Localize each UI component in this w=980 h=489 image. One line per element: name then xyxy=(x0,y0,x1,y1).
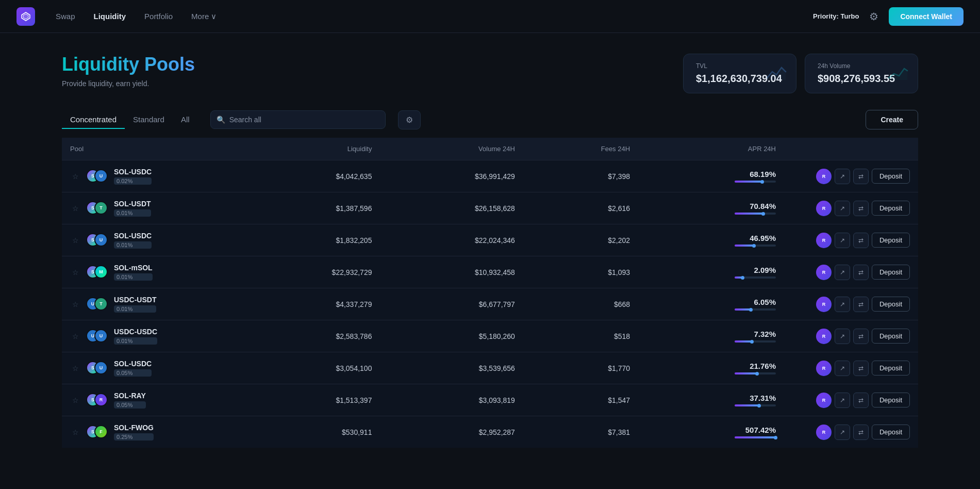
deposit-button[interactable]: Deposit xyxy=(872,329,910,344)
pool-cell-4: ☆ U T USDC-USDT 0.01% xyxy=(62,288,237,320)
favorite-button[interactable]: ☆ xyxy=(70,236,81,244)
apr-cell: 46.95% xyxy=(638,224,784,256)
nav-swap[interactable]: Swap xyxy=(56,12,75,21)
token-icon-2: U xyxy=(94,329,108,343)
col-liquidity: Liquidity xyxy=(237,138,380,160)
swap-button[interactable]: ⇄ xyxy=(853,425,869,440)
deposit-button[interactable]: Deposit xyxy=(872,169,910,184)
liquidity-cell: $2,583,786 xyxy=(237,320,380,352)
table-row: ☆ S U SOL-USDC 0.02% $4,042,635 $36,991,… xyxy=(62,160,918,192)
token-icons: S F xyxy=(86,425,109,439)
apr-bar-fill xyxy=(735,213,763,215)
deposit-button[interactable]: Deposit xyxy=(872,265,910,280)
chart-button[interactable]: ↗ xyxy=(835,201,850,216)
token-icons: S U xyxy=(86,361,109,376)
favorite-button[interactable]: ☆ xyxy=(70,396,81,404)
deposit-button[interactable]: Deposit xyxy=(872,361,910,376)
liquidity-cell: $1,513,397 xyxy=(237,384,380,416)
favorite-button[interactable]: ☆ xyxy=(70,268,81,276)
favorite-button[interactable]: ☆ xyxy=(70,172,81,181)
apr-bar-fill xyxy=(735,244,754,247)
favorite-button[interactable]: ☆ xyxy=(70,428,81,436)
token-icon-2: F xyxy=(94,425,108,438)
apr-cell: 21.76% xyxy=(638,352,784,384)
token-icon-2: T xyxy=(94,201,108,215)
tab-all[interactable]: All xyxy=(173,111,198,129)
pool-cell-3: ☆ S M SOL-mSOL 0.01% xyxy=(62,256,237,288)
deposit-button[interactable]: Deposit xyxy=(872,425,910,439)
apr-value: 46.95% xyxy=(750,234,776,242)
apr-bar-fill xyxy=(735,404,759,406)
apr-value: 507.42% xyxy=(745,426,776,434)
settings-button[interactable]: ⚙ xyxy=(867,8,881,25)
deposit-button[interactable]: Deposit xyxy=(872,393,910,408)
swap-button[interactable]: ⇄ xyxy=(853,201,869,216)
pool-name: SOL-USDT xyxy=(114,200,151,208)
apr-cell: 37.31% xyxy=(638,384,784,416)
create-button[interactable]: Create xyxy=(866,110,918,129)
favorite-button[interactable]: ☆ xyxy=(70,332,81,340)
nav-links: Swap Liquidity Portfolio More ∨ xyxy=(56,12,217,21)
liquidity-cell: $3,054,100 xyxy=(237,352,380,384)
navbar: Swap Liquidity Portfolio More ∨ Priority… xyxy=(0,0,980,33)
favorite-button[interactable]: ☆ xyxy=(70,364,81,372)
deposit-button[interactable]: Deposit xyxy=(872,297,910,312)
pool-name: SOL-mSOL xyxy=(114,264,153,272)
apr-value: 70.84% xyxy=(750,202,776,210)
deposit-button[interactable]: Deposit xyxy=(872,201,910,216)
favorite-button[interactable]: ☆ xyxy=(70,204,81,213)
favorite-button[interactable]: ☆ xyxy=(70,300,81,308)
pool-cell-6: ☆ S U SOL-USDC 0.05% xyxy=(62,352,237,384)
chart-button[interactable]: ↗ xyxy=(835,361,850,376)
chart-button[interactable]: ↗ xyxy=(835,265,850,280)
nav-more[interactable]: More ∨ xyxy=(191,12,217,21)
table-row: ☆ S U SOL-USDC 0.01% $1,832,205 $22,024,… xyxy=(62,224,918,256)
priority-label: Priority: Turbo xyxy=(813,12,859,20)
connect-wallet-button[interactable]: Connect Wallet xyxy=(889,7,964,26)
chart-button[interactable]: ↗ xyxy=(835,329,850,344)
apr-bar-dot xyxy=(755,372,759,376)
token-icons: S M xyxy=(86,265,109,280)
volume-cell: $6,677,797 xyxy=(380,288,523,320)
chart-button[interactable]: ↗ xyxy=(835,169,850,184)
swap-button[interactable]: ⇄ xyxy=(853,329,869,344)
table-row: ☆ S F SOL-FWOG 0.25% $530,911 $2,952,287… xyxy=(62,416,918,448)
chart-button[interactable]: ↗ xyxy=(835,425,850,440)
swap-button[interactable]: ⇄ xyxy=(853,297,869,312)
pool-table: Pool Liquidity Volume 24H Fees 24H APR 2… xyxy=(62,138,918,448)
pool-cell-1: ☆ S T SOL-USDT 0.01% xyxy=(62,192,237,224)
pool-name-section: USDC-USDT 0.01% xyxy=(114,296,156,313)
swap-button[interactable]: ⇄ xyxy=(853,169,869,184)
token-icon-2: M xyxy=(94,265,108,279)
pool-name-section: USDC-USDC 0.01% xyxy=(114,328,157,345)
pool-cell-5: ☆ U U USDC-USDC 0.01% xyxy=(62,320,237,352)
logo-icon xyxy=(16,7,35,26)
fees-cell: $1,093 xyxy=(523,256,638,288)
pool-cell-0: ☆ S U SOL-USDC 0.02% xyxy=(62,160,237,192)
swap-button[interactable]: ⇄ xyxy=(853,361,869,376)
chart-button[interactable]: ↗ xyxy=(835,393,850,408)
tab-standard[interactable]: Standard xyxy=(125,111,173,129)
actions-cell-7: R ↗ ⇄ Deposit xyxy=(784,384,918,416)
swap-button[interactable]: ⇄ xyxy=(853,265,869,280)
nav-portfolio[interactable]: Portfolio xyxy=(144,12,173,21)
apr-bar xyxy=(735,308,776,311)
fees-cell: $2,202 xyxy=(523,224,638,256)
swap-button[interactable]: ⇄ xyxy=(853,393,869,408)
nav-liquidity[interactable]: Liquidity xyxy=(94,12,126,21)
filter-button[interactable]: ⚙ xyxy=(398,110,421,129)
actions-cell-1: R ↗ ⇄ Deposit xyxy=(784,192,918,224)
token-icons: S T xyxy=(86,201,109,216)
deposit-button[interactable]: Deposit xyxy=(872,233,910,248)
volume-cell: $3,093,819 xyxy=(380,384,523,416)
search-input[interactable] xyxy=(210,110,386,129)
chart-button[interactable]: ↗ xyxy=(835,297,850,312)
fees-cell: $668 xyxy=(523,288,638,320)
pool-fee: 0.01% xyxy=(114,241,152,249)
swap-button[interactable]: ⇄ xyxy=(853,233,869,248)
liquidity-cell: $530,911 xyxy=(237,416,380,448)
tab-concentrated[interactable]: Concentrated xyxy=(62,111,125,129)
fees-cell: $2,616 xyxy=(523,192,638,224)
chart-button[interactable]: ↗ xyxy=(835,233,850,248)
stats-cards: TVL $1,162,630,739.04 24h Volume $908,27… xyxy=(683,54,918,93)
